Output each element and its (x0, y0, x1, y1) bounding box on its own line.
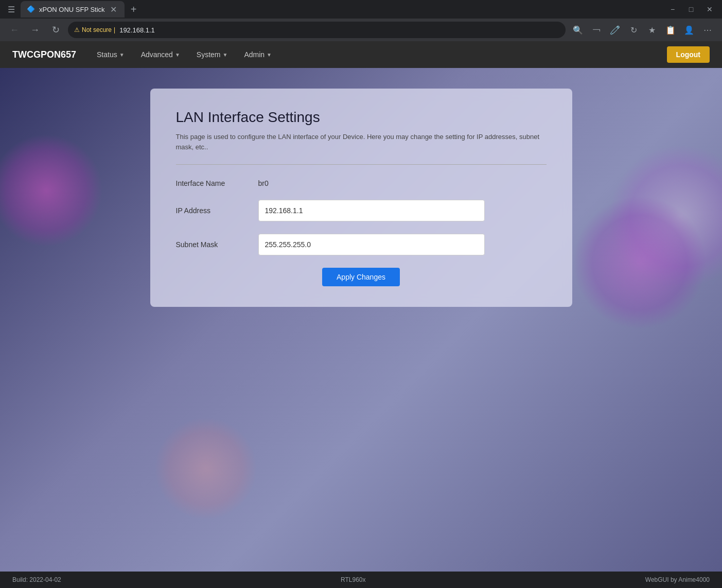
apply-changes-button[interactable]: Apply Changes (322, 268, 400, 286)
ip-address-label: IP Address (176, 206, 258, 215)
footer-chip: RTL960x (61, 576, 645, 583)
browser-tab[interactable]: 🔷 xPON ONU SFP Stick ✕ (21, 1, 125, 18)
app-nav: TWCGPON657 Status ▼ Advanced ▼ System ▼ … (0, 41, 722, 68)
address-bar[interactable]: ⚠ Not secure | 192.168.1.1 (68, 22, 566, 38)
browser-footer: Build: 2022-04-02 RTL960x WebGUI by Anim… (0, 572, 722, 588)
new-tab-btn[interactable]: + (127, 2, 141, 16)
apply-btn-row: Apply Changes (176, 268, 547, 286)
profile-btn[interactable]: 👤 (681, 22, 697, 38)
tab-favicon: 🔷 (27, 5, 35, 13)
nav-advanced[interactable]: Advanced ▼ (135, 47, 186, 62)
page-content: TWCGPON657 Status ▼ Advanced ▼ System ▼ … (0, 41, 722, 572)
main-container: LAN Interface Settings This page is used… (0, 68, 722, 572)
back-btn[interactable]: ← (6, 22, 23, 38)
subnet-mask-input[interactable] (258, 234, 485, 255)
status-dropdown-arrow: ▼ (119, 52, 125, 58)
refresh-btn[interactable]: ↻ (625, 22, 642, 38)
subnet-mask-row: Subnet Mask (176, 234, 547, 255)
logout-button[interactable]: Logout (667, 46, 710, 63)
warning-icon: ⚠ (74, 26, 80, 33)
nav-admin[interactable]: Admin ▼ (238, 47, 278, 62)
app-brand: TWCGPON657 (12, 49, 76, 60)
tab-close-btn[interactable]: ✕ (109, 5, 118, 14)
forward-btn[interactable]: → (27, 22, 43, 38)
admin-dropdown-arrow: ▼ (267, 52, 272, 58)
security-warning: ⚠ Not secure | (74, 26, 115, 33)
more-btn[interactable]: ⋯ (699, 22, 716, 38)
ip-address-row: IP Address (176, 200, 547, 221)
content-card: LAN Interface Settings This page is used… (150, 89, 572, 307)
sidebar-toggle-btn[interactable]: ☰ (4, 2, 19, 16)
reader-mode-btn[interactable]: ￢ (588, 22, 605, 38)
interface-name-row: Interface Name br0 (176, 179, 547, 187)
search-icon-btn[interactable]: 🔍 (570, 22, 586, 38)
nav-status[interactable]: Status ▼ (91, 47, 131, 62)
browser-window: ☰ 🔷 xPON ONU SFP Stick ✕ + − □ ✕ ← → ↻ ⚠… (0, 0, 722, 588)
collections-btn[interactable]: 📋 (662, 22, 679, 38)
subnet-mask-label: Subnet Mask (176, 240, 258, 249)
footer-build: Build: 2022-04-02 (12, 576, 61, 583)
footer-credit: WebGUI by Anime4000 (645, 576, 710, 583)
extensions-btn[interactable]: 🧷 (607, 22, 623, 38)
page-description: This page is used to configure the LAN i… (176, 132, 547, 152)
page-title: LAN Interface Settings (176, 109, 547, 126)
tab-title: xPON ONU SFP Stick (39, 6, 105, 13)
interface-name-label: Interface Name (176, 179, 258, 187)
maximize-btn[interactable]: □ (683, 1, 699, 18)
advanced-dropdown-arrow: ▼ (175, 52, 180, 58)
divider (176, 164, 547, 165)
ip-address-input[interactable] (258, 200, 485, 221)
address-text: 192.168.1.1 (119, 26, 155, 34)
interface-name-value: br0 (258, 179, 269, 187)
tab-bar: ☰ 🔷 xPON ONU SFP Stick ✕ + − □ ✕ (0, 0, 722, 19)
system-dropdown-arrow: ▼ (223, 52, 228, 58)
minimize-btn[interactable]: − (664, 1, 681, 18)
close-btn[interactable]: ✕ (701, 1, 718, 18)
nav-system[interactable]: System ▼ (190, 47, 234, 62)
favorites-btn[interactable]: ★ (644, 22, 660, 38)
browser-toolbar: ← → ↻ ⚠ Not secure | 192.168.1.1 🔍 ￢ 🧷 ↻… (0, 19, 722, 41)
reload-btn[interactable]: ↻ (47, 22, 64, 38)
toolbar-icons: 🔍 ￢ 🧷 ↻ ★ 📋 👤 ⋯ (570, 22, 716, 38)
